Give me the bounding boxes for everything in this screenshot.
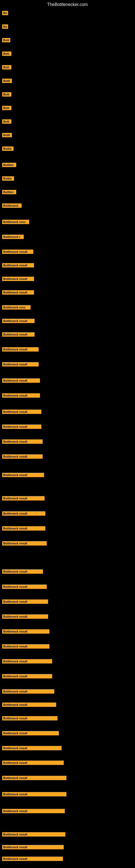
label-box: Bottleneck result (2, 362, 39, 367)
label-box: Bottleneck result (2, 832, 65, 837)
label-box: Bottleneck result (2, 689, 54, 693)
label-box: Bottle (2, 147, 13, 151)
list-item: Bottleneck resu (2, 305, 31, 310)
list-item: Bottleneck result (2, 569, 43, 574)
list-item: Bottlen (2, 190, 16, 194)
list-item: Bottlen (2, 163, 16, 167)
list-item: Bottleneck result (2, 716, 57, 720)
label-box: Bottleneck result (2, 454, 43, 459)
list-item: Bottl (2, 133, 12, 137)
list-item: Bottleneck result (2, 857, 63, 861)
label-box: Bottleneck result (2, 776, 66, 780)
list-item: Bottleneck result (2, 629, 49, 633)
label-box: Bottleneck result (2, 347, 39, 351)
list-item: Bottleneck result (2, 832, 65, 837)
label-box: Bottleneck result (2, 703, 56, 707)
list-item: Bottleneck result (2, 746, 61, 750)
list-item: Bo (2, 11, 8, 15)
label-box: Bottleneck result (2, 845, 64, 849)
list-item: Bottleneck result (2, 731, 59, 735)
list-item: Bottl (2, 79, 12, 83)
label-box: Bott (2, 65, 11, 69)
label-box: Bottleneck result (2, 541, 47, 546)
label-box: Bottleneck result (2, 473, 44, 477)
label-box: Bott (2, 38, 10, 42)
label-box: Bottleneck result (2, 290, 34, 294)
label-box: Bottleneck result (2, 378, 40, 383)
label-box: Bottlen (2, 190, 16, 194)
label-box: Bottleneck result (2, 496, 45, 500)
label-box: Bottleneck result (2, 614, 48, 619)
label-box: Bo (2, 11, 8, 15)
list-item: Bottleneck result (2, 277, 34, 281)
label-box: Bottl (2, 79, 12, 83)
list-item: Bottleneck result (2, 425, 41, 429)
list-item: Bottleneck result (2, 703, 56, 707)
label-box: Bottleneck result (2, 629, 49, 633)
label-box: Bottleneck resu (2, 220, 29, 224)
label-box: Bottleneck result (2, 526, 45, 531)
list-item: Bottleneck result (2, 473, 44, 477)
list-item: Bottleneck result (2, 290, 34, 294)
label-box: Bottleneck result (2, 569, 43, 574)
list-item: Bottleneck result (2, 526, 45, 531)
list-item: Bottleneck result (2, 644, 49, 649)
list-item: Bottleneck result (2, 792, 66, 796)
list-item: Bottle (2, 147, 13, 151)
label-box: Bo (2, 24, 8, 29)
list-item: Bottleneck result (2, 250, 33, 254)
list-item: Bottleneck result (2, 393, 40, 398)
label-box: Bottleneck result (2, 792, 66, 796)
label-box: Bottleneck result (2, 511, 45, 516)
list-item: Bottle (2, 176, 14, 181)
list-item: Bottleneck result (2, 761, 64, 765)
label-box: Bottleneck (2, 204, 21, 208)
list-item: Bottleneck result (2, 378, 40, 383)
list-item: Bottleneck result (2, 410, 41, 414)
label-box: Bottleneck result (2, 439, 43, 444)
label-box: Bottleneck result (2, 857, 63, 861)
list-item: Bottleneck result (2, 439, 43, 444)
label-box: Bottleneck result (2, 674, 52, 678)
label-box: Bottleneck result (2, 277, 34, 281)
list-item: Bott (2, 52, 11, 56)
label-box: Bottleneck result (2, 319, 35, 323)
label-box: Bottleneck result (2, 250, 33, 254)
list-item: Bottleneck result (2, 674, 52, 678)
label-box: Bott (2, 119, 11, 124)
list-item: Bott (2, 119, 11, 124)
list-item: Bottleneck result (2, 496, 45, 500)
list-item: Bottleneck result (2, 454, 43, 459)
label-box: Bottleneck result (2, 263, 34, 268)
label-box: Bottleneck r (2, 235, 24, 239)
list-item: Bottleneck result (2, 585, 47, 589)
list-item: Bottleneck result (2, 511, 45, 516)
label-box: Bottle (2, 176, 14, 181)
list-item: Bottleneck result (2, 809, 65, 813)
label-box: Bottleneck result (2, 425, 41, 429)
list-item: Bottleneck result (2, 599, 48, 604)
label-box: Bottleneck result (2, 761, 64, 765)
list-item: Bott (2, 106, 11, 110)
list-item: Bottleneck result (2, 776, 66, 780)
label-box: Bottleneck result (2, 332, 35, 337)
list-item: Bottleneck resu (2, 220, 29, 224)
label-box: Bottleneck result (2, 731, 59, 735)
list-item: Bottleneck result (2, 332, 35, 337)
list-item: Bottleneck result (2, 263, 34, 268)
label-box: Bottleneck result (2, 410, 41, 414)
list-item: Bottleneck result (2, 614, 48, 619)
list-item: Bottleneck result (2, 319, 35, 323)
label-box: Bottleneck result (2, 393, 40, 398)
label-box: Bottleneck result (2, 644, 49, 649)
list-item: Bottleneck result (2, 659, 52, 663)
label-box: Bottl (2, 133, 12, 137)
label-box: Bottleneck result (2, 599, 48, 604)
list-item: Bott (2, 92, 11, 97)
list-item: Bottleneck result (2, 541, 47, 546)
list-item: Bott (2, 65, 11, 69)
label-box: Bottleneck result (2, 659, 52, 663)
list-item: Bottleneck result (2, 689, 54, 693)
label-box: Bottleneck result (2, 716, 57, 720)
label-box: Bottlen (2, 163, 16, 167)
